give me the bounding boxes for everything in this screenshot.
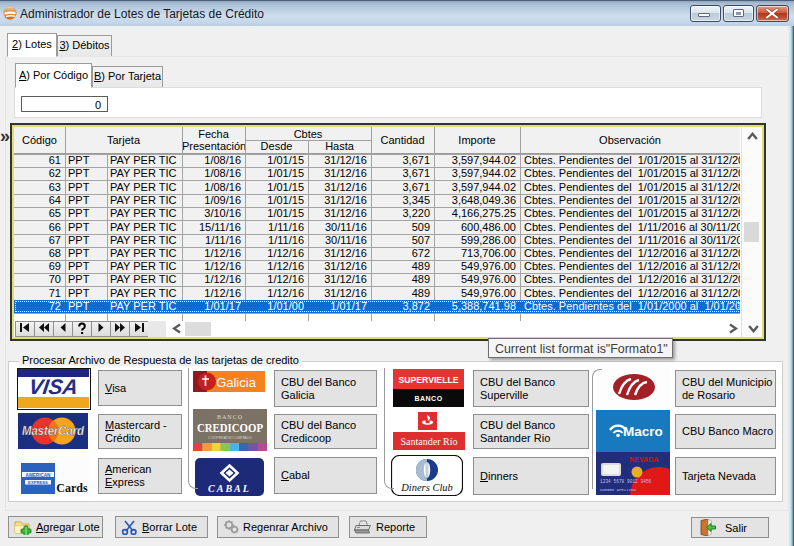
svg-text:1234 5678 9012 3456: 1234 5678 9012 3456 [600,479,652,484]
svg-text:Santander Río: Santander Río [401,436,458,447]
svg-text:Galicia: Galicia [216,375,257,390]
svg-text:NOMBRE APELLIDO: NOMBRE APELLIDO [600,488,637,492]
svg-text:Macro: Macro [623,424,663,439]
svg-text:COOPERATIVO LIMITADO: COOPERATIVO LIMITADO [208,436,252,440]
svg-text:CABAL: CABAL [208,483,251,494]
svg-text:EXPRESS: EXPRESS [28,480,48,485]
svg-text:BANCO: BANCO [217,414,243,420]
svg-text:MasterCard: MasterCard [22,424,85,438]
svg-text:NEVADA: NEVADA [629,456,658,463]
svg-text:CREDICOOP: CREDICOOP [197,421,263,435]
svg-text:SUPERVIELLE: SUPERVIELLE [399,374,459,385]
svg-text:AMERICAN: AMERICAN [26,473,51,478]
svg-text:Diners Club: Diners Club [400,482,453,493]
svg-text:BANCO: BANCO [414,395,442,402]
svg-text:Cards: Cards [56,481,88,495]
